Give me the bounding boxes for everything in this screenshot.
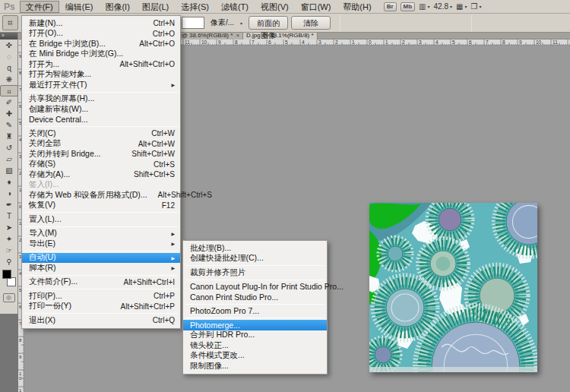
file-menu-item[interactable]: 退出(X)Ctrl+Q xyxy=(22,315,180,326)
file-menu-item[interactable]: 脚本(R)▶ xyxy=(22,263,180,273)
clone-stamp-tool[interactable]: ♜ xyxy=(0,131,18,142)
crop-tool-options-icon[interactable]: ⌗ xyxy=(2,15,18,30)
file-menu-item[interactable]: 恢复(V)F12 xyxy=(22,201,180,211)
svg-text:3: 3 xyxy=(419,40,422,45)
file-menu-item[interactable]: 打开为...Alt+Shift+Ctrl+O xyxy=(22,59,180,70)
file-menu-item[interactable]: 关闭(C)Ctrl+W xyxy=(22,128,180,139)
file-menu-item[interactable]: Device Central... xyxy=(22,115,180,125)
automate-submenu-item[interactable]: PhotoZoom Pro 7... xyxy=(183,306,327,317)
tools-panel-collapse-button[interactable]: » xyxy=(0,33,17,40)
eraser-tool[interactable]: ▱ xyxy=(0,153,18,165)
file-menu-item[interactable]: 存储(S)Ctrl+S xyxy=(22,160,180,170)
file-menu-separator xyxy=(24,251,178,251)
menu-item-label: Photomerge... xyxy=(190,321,240,330)
screen-mode-icon: ❒ xyxy=(471,2,478,11)
screen-mode-button[interactable]: ❒ ▾ xyxy=(471,2,482,11)
automate-submenu-item[interactable]: 镜头校正... xyxy=(183,340,327,351)
file-menu-item[interactable]: 自动(U)▶ xyxy=(22,253,180,264)
automate-submenu-item[interactable]: Photomerge... xyxy=(183,320,327,330)
menubar-item[interactable]: 图层(L) xyxy=(136,1,175,13)
file-menu-item[interactable]: 打开为智能对象... xyxy=(22,70,180,81)
svg-text:1: 1 xyxy=(385,40,388,45)
resolution-unit-dropdown[interactable]: 像素/... ▾ xyxy=(208,17,245,29)
document-tab[interactable]: g @ 38.6%(RGB/8) *× xyxy=(173,32,243,40)
file-menu-item[interactable]: 共享我的屏幕(H)... xyxy=(22,94,180,105)
clear-button[interactable]: 清除 xyxy=(291,16,331,30)
automate-submenu-item[interactable]: 限制图像... xyxy=(183,361,327,371)
quick-mask-button[interactable]: ◎ xyxy=(3,293,15,302)
file-menu-item[interactable]: 关闭并转到 Bridge...Shift+Ctrl+W xyxy=(22,149,180,160)
blur-tool[interactable]: ♦ xyxy=(0,176,18,188)
launch-mini-bridge-button[interactable]: Mb xyxy=(401,2,416,11)
pen-tool[interactable]: ✒ xyxy=(0,199,18,210)
file-menu-item[interactable]: 创建新审核(W)... xyxy=(22,104,180,115)
file-menu-item[interactable]: 文件简介(F)...Alt+Shift+Ctrl+I xyxy=(22,277,180,288)
view-extras-button[interactable]: ▥ ▾ xyxy=(419,2,429,11)
menu-item-label: 文件简介(F)... xyxy=(29,277,78,287)
quick-selection-tool[interactable]: ❋ xyxy=(0,74,18,85)
marquee-tool[interactable]: ◌ xyxy=(0,51,18,62)
menubar-item[interactable]: 帮助(H) xyxy=(337,1,377,13)
file-menu-item[interactable]: 打印(P)...Ctrl+P xyxy=(22,291,180,302)
eyedropper-tool[interactable]: ✐ xyxy=(0,96,18,108)
menu-item-shortcut: Alt+Ctrl+W xyxy=(138,140,175,148)
menubar-item[interactable]: 窗口(W) xyxy=(295,1,337,13)
file-menu-item[interactable]: 打开(O)...Ctrl+O xyxy=(22,29,180,40)
menubar-item[interactable]: 图像(I) xyxy=(99,1,135,13)
automate-submenu-item[interactable]: 批处理(B)... xyxy=(183,243,327,254)
arrange-documents-button[interactable]: ▦ ▾ xyxy=(456,2,467,11)
menu-item-label: 打印(P)... xyxy=(29,291,62,302)
front-image-button[interactable]: 前面的图像 xyxy=(249,16,288,30)
file-menu-item[interactable]: 导入(M)▶ xyxy=(22,229,180,239)
path-selection-tool[interactable]: ➤ xyxy=(0,222,18,233)
move-tool[interactable]: ✜ xyxy=(0,40,18,51)
automate-submenu-item[interactable]: Canon Print Studio Pro... xyxy=(183,292,327,302)
history-brush-tool[interactable]: ↺ xyxy=(0,142,18,153)
zoom-tool[interactable]: ⚲ xyxy=(0,256,18,267)
file-menu-item[interactable]: 导出(E)▶ xyxy=(22,239,180,249)
file-menu-item[interactable]: 打印一份(Y)Alt+Shift+Ctrl+P xyxy=(22,302,180,312)
file-menu-item[interactable]: 最近打开文件(T)▶ xyxy=(22,80,180,90)
svg-text:8: 8 xyxy=(235,40,238,45)
file-menu-item[interactable]: 存储为 Web 和设备所用格式(D)...Alt+Shift+Ctrl+S xyxy=(22,190,180,201)
menu-item-label: 脚本(R) xyxy=(29,263,56,273)
ps-logo: Ps xyxy=(0,2,20,12)
automate-submenu-item[interactable]: 裁剪并修齐照片 xyxy=(183,267,327,278)
menu-items: 文件(F)编辑(E)图像(I)图层(L)选择(S)滤镜(T)视图(V)窗口(W)… xyxy=(20,0,378,13)
gradient-tool[interactable]: ▧ xyxy=(0,165,18,176)
foreground-color-swatch[interactable] xyxy=(2,270,11,279)
file-menu-item[interactable]: 新建(N)...Ctrl+N xyxy=(22,18,180,29)
close-tab-icon[interactable]: × xyxy=(236,32,239,39)
file-menu-item[interactable]: 在 Bridge 中浏览(B)...Alt+Ctrl+O xyxy=(22,39,180,49)
menubar-item[interactable]: 文件(F) xyxy=(20,1,59,13)
menu-item-shortcut: Ctrl+S xyxy=(154,160,175,169)
file-menu-item[interactable]: 置入(L)... xyxy=(22,214,180,225)
automate-submenu-item[interactable]: 条件模式更改... xyxy=(183,351,327,362)
automate-submenu-item[interactable]: Canon Layout Plug-In for Print Studio Pr… xyxy=(183,282,327,292)
automate-submenu-item[interactable]: 合并到 HDR Pro... xyxy=(183,330,327,341)
file-menu-item[interactable]: 关闭全部Alt+Ctrl+W xyxy=(22,139,180,150)
file-menu-item[interactable]: 在 Mini Bridge 中浏览(G)... xyxy=(22,49,180,60)
brush-tool[interactable]: ✎ xyxy=(0,119,18,131)
panel-well xyxy=(0,314,18,392)
menubar-item[interactable]: 滤镜(T) xyxy=(215,1,255,13)
launch-bridge-button[interactable]: Br xyxy=(384,2,397,11)
close-tab-icon[interactable]: × xyxy=(317,32,318,39)
menubar-item[interactable]: 视图(V) xyxy=(255,1,295,13)
hand-tool[interactable]: ☞ xyxy=(0,245,18,256)
file-menu-item[interactable]: 存储为(A)...Shift+Ctrl+S xyxy=(22,169,180,180)
automate-submenu-item[interactable]: 创建快捷批处理(C)... xyxy=(183,254,327,264)
healing-brush-tool[interactable]: ✚ xyxy=(0,108,18,119)
menubar-item[interactable]: 编辑(E) xyxy=(59,1,100,13)
chevron-down-icon: ▾ xyxy=(465,4,467,9)
document-canvas[interactable] xyxy=(369,203,537,372)
menubar-item[interactable]: 选择(S) xyxy=(175,1,215,13)
crop-width-input[interactable] xyxy=(182,17,204,29)
shape-tool[interactable]: ✦ xyxy=(0,233,18,245)
type-tool[interactable]: T xyxy=(0,210,18,222)
document-tab[interactable]: D.jpg @ 43.1%(RGB/8) *× xyxy=(243,32,318,40)
lasso-tool[interactable]: ɋ xyxy=(0,62,18,74)
zoom-level-dropdown[interactable]: 42.8 ▾ xyxy=(434,2,452,11)
crop-tool[interactable]: ⌗ xyxy=(0,85,18,96)
dodge-tool[interactable]: ◑ xyxy=(0,188,18,199)
